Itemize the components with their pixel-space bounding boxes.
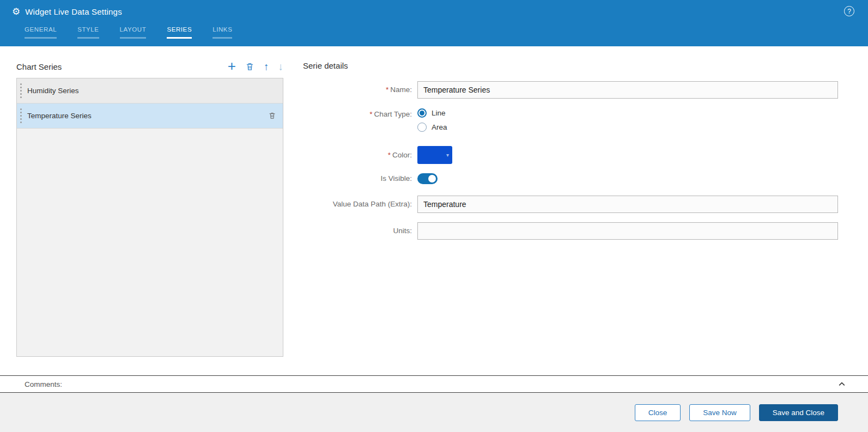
tab-general[interactable]: GENERAL [25,26,57,39]
required-marker: * [369,110,372,118]
name-input[interactable] [417,81,838,99]
radio-area[interactable] [417,123,427,132]
move-series-down-button[interactable]: ↓ [278,62,284,72]
chart-type-option-line[interactable]: Line [417,108,447,118]
chart-type-row: *Chart Type: Line Area [303,108,838,132]
required-marker: * [386,86,389,94]
color-picker-swatch[interactable]: ▾ [417,146,452,164]
comments-bar[interactable]: Comments: [0,375,868,393]
radio-line[interactable] [417,108,427,118]
chart-type-radio-group: Line Area [417,108,447,132]
units-label: Units: [303,225,412,237]
row-delete-icon[interactable] [268,112,276,120]
chart-series-title: Chart Series [16,62,62,71]
drag-handle-icon[interactable] [20,83,22,98]
widget-live-data-settings-dialog: ⚙ Widget Live Data Settings ? GENERAL ST… [0,0,868,432]
main-content: Chart Series + ↑ ↓ Humidity Series [0,46,868,375]
tab-style[interactable]: STYLE [77,26,99,39]
close-button[interactable]: Close [635,404,681,421]
chart-series-header: Chart Series + ↑ ↓ [16,57,283,76]
is-visible-row: Is Visible: [303,173,838,185]
serie-details-title: Serie details [303,61,838,70]
tab-bar: GENERAL STYLE LAYOUT SERIES LINKS [0,26,868,39]
is-visible-toggle[interactable] [417,173,438,184]
tab-series[interactable]: SERIES [167,26,192,39]
add-series-button[interactable]: + [228,59,236,73]
value-data-path-input[interactable] [417,196,838,213]
chevron-down-icon: ▾ [446,151,449,157]
series-list: Humidity Series Temperature Series [16,78,283,357]
series-list-toolbar: + ↑ ↓ [228,60,283,73]
series-item-label: Temperature Series [27,112,92,120]
chevron-up-icon[interactable] [837,380,846,388]
units-input[interactable] [417,222,838,240]
required-marker: * [388,151,391,159]
save-now-button[interactable]: Save Now [689,404,750,421]
dialog-header: ⚙ Widget Live Data Settings ? GENERAL ST… [0,0,868,46]
save-and-close-button[interactable]: Save and Close [759,404,838,421]
radio-area-label: Area [432,123,447,131]
list-item-humidity-series[interactable]: Humidity Series [17,78,283,104]
chart-series-panel: Chart Series + ↑ ↓ Humidity Series [16,46,283,375]
value-data-path-row: Value Data Path (Extra): [303,196,838,213]
value-data-path-label: Value Data Path (Extra): [303,198,412,210]
name-label: *Name: [303,84,412,96]
color-row: *Color: ▾ [303,146,838,164]
dialog-title: Widget Live Data Settings [25,7,122,16]
help-icon[interactable]: ? [844,6,854,16]
units-row: Units: [303,222,838,240]
move-series-up-button[interactable]: ↑ [264,62,269,72]
delete-series-button[interactable] [245,62,254,71]
comments-label: Comments: [25,380,62,388]
title-row: ⚙ Widget Live Data Settings [0,0,868,23]
chart-type-label: *Chart Type: [303,108,412,120]
name-row: *Name: [303,81,838,99]
series-item-label: Humidity Series [27,87,79,95]
dialog-footer: Close Save Now Save and Close [0,393,868,432]
radio-line-label: Line [432,109,446,117]
color-label: *Color: [303,149,412,161]
is-visible-label: Is Visible: [303,173,412,185]
chart-type-option-area[interactable]: Area [417,123,447,132]
drag-handle-icon[interactable] [20,108,22,123]
gear-icon: ⚙ [12,7,20,16]
list-item-temperature-series[interactable]: Temperature Series [17,104,283,129]
tab-links[interactable]: LINKS [213,26,232,39]
serie-details-panel: Serie details *Name: *Chart Type: Line A… [303,46,838,375]
tab-layout[interactable]: LAYOUT [120,26,147,39]
